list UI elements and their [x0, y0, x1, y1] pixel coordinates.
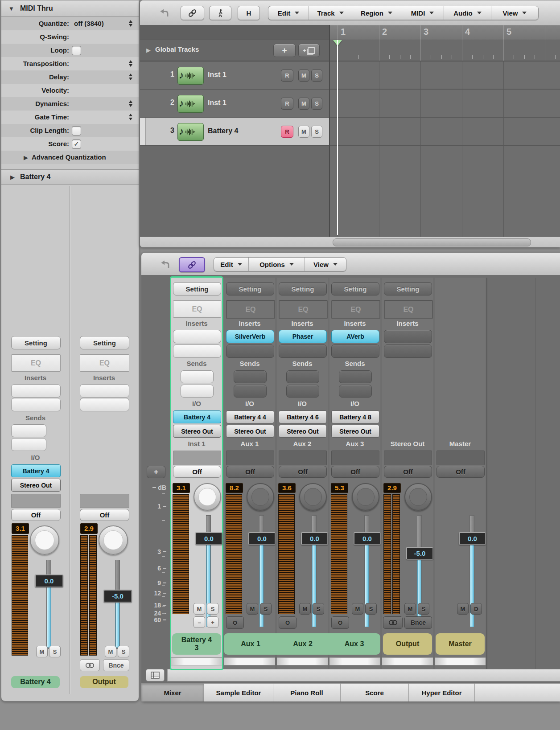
group-slot[interactable] [436, 451, 485, 465]
eq-button[interactable]: EQ [173, 300, 221, 318]
group-slot[interactable] [279, 451, 327, 465]
input-slot[interactable]: Battery 4 [173, 410, 221, 423]
send-slot[interactable] [286, 370, 319, 383]
horizontal-scrollbar[interactable] [140, 237, 560, 247]
solo-button[interactable]: S [311, 98, 322, 110]
add-track-button[interactable]: + [273, 44, 296, 57]
send-slot[interactable] [181, 385, 214, 398]
pan-knob[interactable] [30, 525, 59, 555]
menu-edit[interactable]: Edit [214, 258, 249, 271]
add-multiple-tracks-button[interactable]: + [298, 44, 320, 57]
solo-button[interactable]: S [49, 646, 61, 657]
mute-button[interactable]: M [36, 646, 48, 657]
eq-button[interactable]: EQ [279, 300, 328, 319]
fader-value[interactable]: -5.0 [406, 547, 433, 560]
channel-name-label[interactable]: Master [436, 633, 485, 655]
inspector-row[interactable]: Transposition: [1, 57, 139, 70]
eq-button[interactable]: EQ [331, 300, 380, 319]
bounce-button[interactable]: Bnce [404, 616, 432, 629]
playhead-line[interactable] [337, 40, 338, 235]
eq-button[interactable]: EQ [11, 354, 61, 372]
scrollbar-thumb[interactable] [333, 238, 531, 246]
link-button[interactable] [179, 257, 205, 272]
eq-button[interactable]: EQ [384, 300, 433, 319]
mute-button[interactable]: M [298, 98, 309, 110]
bar-ruler[interactable]: 12345 [329, 25, 560, 40]
mx-channel-strip-output[interactable]: SettingEQInsertsStereo OutOff2.9-5.0MSBn… [382, 278, 433, 669]
mute-button[interactable]: M [105, 646, 116, 657]
automation-mode-button[interactable]: Off [279, 466, 327, 478]
insert-slot[interactable] [384, 330, 432, 343]
setting-button[interactable]: Setting [384, 282, 432, 295]
stepper-icon[interactable] [129, 20, 132, 27]
send-slot[interactable] [11, 438, 46, 451]
bounce-button[interactable]: O [279, 616, 296, 629]
add-strip-button[interactable]: + [147, 466, 165, 478]
automation-mode-button[interactable]: Off [80, 509, 129, 521]
setting-button[interactable]: Setting [80, 336, 129, 349]
stereo-format-button[interactable] [80, 659, 100, 671]
record-enable-button[interactable]: R [281, 98, 293, 110]
insert-slot[interactable] [11, 398, 61, 411]
mute-button[interactable]: M [404, 603, 416, 615]
record-enable-button[interactable]: R [281, 70, 293, 82]
channel-name-label[interactable]: Battery 43 [172, 633, 221, 655]
insert-slot[interactable] [173, 344, 221, 358]
stepper-icon[interactable] [129, 100, 132, 107]
output-slot[interactable]: Stereo Out [279, 425, 327, 438]
checkbox[interactable] [72, 126, 81, 135]
insert-slot[interactable] [173, 330, 221, 343]
channel-name-label[interactable]: Aux 1 [224, 633, 277, 655]
disclosure-down-icon[interactable]: ▼ [8, 5, 14, 12]
insert-slot[interactable]: SilverVerb [226, 330, 274, 343]
inspector-row[interactable]: Clip Length: [1, 124, 139, 137]
fader-value[interactable]: 0.0 [301, 532, 328, 545]
strip-scroll-track[interactable] [277, 657, 328, 665]
group-slot[interactable] [11, 494, 61, 508]
solo-button[interactable]: S [311, 70, 322, 82]
input-slot[interactable]: Battery 4 8 [331, 410, 379, 423]
automation-mode-button[interactable]: Off [226, 466, 274, 478]
lp-channel-strip-output[interactable]: SettingEQInsertsOff2.9-5.0MSBnceOutput [70, 332, 138, 694]
insert-slot[interactable]: AVerb [331, 330, 379, 343]
insert-slot[interactable] [331, 344, 379, 358]
input-slot[interactable]: Battery 4 [11, 464, 61, 477]
inspector-row[interactable]: Velocity: [1, 84, 139, 97]
solo-button[interactable]: S [260, 603, 272, 615]
menu-audio[interactable]: Audio [444, 6, 491, 20]
stepper-icon[interactable] [129, 74, 132, 80]
menu-region[interactable]: Region [352, 6, 401, 20]
mute-button[interactable]: M [298, 70, 309, 82]
output-slot[interactable]: Stereo Out [226, 425, 274, 438]
pan-knob[interactable] [404, 483, 432, 511]
setting-button[interactable]: Setting [173, 282, 221, 295]
insert-slot[interactable] [384, 344, 432, 358]
insert-slot[interactable] [11, 384, 61, 398]
global-tracks-row[interactable]: ▶ Global Tracks + + [140, 40, 329, 62]
inspector-row[interactable]: Score:✓ [1, 137, 139, 151]
link-button[interactable] [181, 6, 204, 20]
fader-value[interactable]: 0.0 [459, 532, 486, 545]
tab-mixer[interactable]: Mixer [141, 684, 204, 701]
strip-scroll-track[interactable] [171, 657, 222, 665]
send-slot[interactable] [234, 385, 267, 398]
solo-button[interactable]: S [313, 603, 324, 615]
track-row-battery-4[interactable]: 3♪Battery 4RMS [140, 118, 329, 146]
mixer-scroll-track[interactable] [167, 669, 560, 681]
bounce-button[interactable]: O [226, 616, 244, 629]
tab-piano-roll[interactable]: Piano Roll [273, 684, 341, 701]
menu-edit[interactable]: Edit [268, 6, 309, 20]
inspector-row[interactable]: Q-Swing: [1, 30, 139, 44]
mx-channel-strip-aux-1[interactable]: SettingEQInsertsSilverVerbSendsI/OBatter… [224, 278, 275, 669]
automation-mode-button[interactable]: Off [384, 466, 432, 478]
output-slot[interactable]: Stereo Out [331, 425, 379, 438]
pan-knob[interactable] [352, 483, 379, 511]
solo-button[interactable]: S [418, 603, 429, 615]
pan-knob[interactable] [299, 483, 327, 511]
send-slot[interactable] [181, 370, 214, 383]
tab-hyper-editor[interactable]: Hyper Editor [409, 684, 475, 701]
stepper-icon[interactable] [129, 60, 132, 67]
menu-view[interactable]: View [305, 258, 346, 271]
lp-channel-strip-battery-4[interactable]: SettingEQInsertsSendsI/OBattery 4Stereo … [1, 332, 70, 694]
group-slot[interactable] [80, 494, 129, 508]
